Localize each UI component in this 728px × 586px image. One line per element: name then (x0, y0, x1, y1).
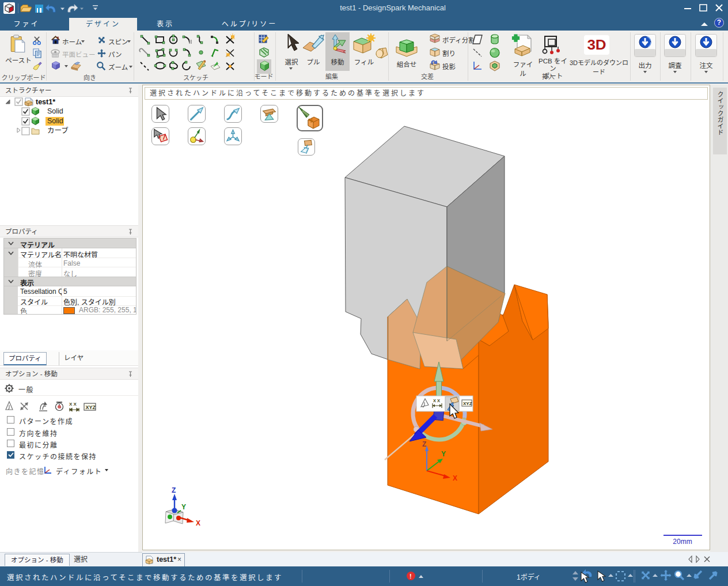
svg-text:XYZ: XYZ (463, 401, 472, 406)
svg-text:test1*: test1* (36, 98, 55, 106)
svg-text:X: X (453, 474, 457, 482)
svg-text:X X: X X (69, 402, 77, 407)
svg-text:20mm: 20mm (673, 538, 692, 546)
svg-text:Z: Z (422, 440, 426, 448)
svg-text:Z: Z (172, 486, 176, 494)
svg-text:X: X (196, 519, 200, 527)
svg-text:Solid: Solid (47, 107, 63, 115)
svg-text:Y: Y (181, 503, 186, 511)
svg-text:Y: Y (441, 450, 446, 458)
svg-text:X X: X X (433, 398, 440, 403)
svg-text:XYZ: XYZ (86, 404, 96, 410)
svg-text:3D: 3D (587, 36, 606, 52)
svg-text:カーブ: カーブ (47, 126, 69, 135)
svg-text:Solid: Solid (47, 117, 63, 125)
